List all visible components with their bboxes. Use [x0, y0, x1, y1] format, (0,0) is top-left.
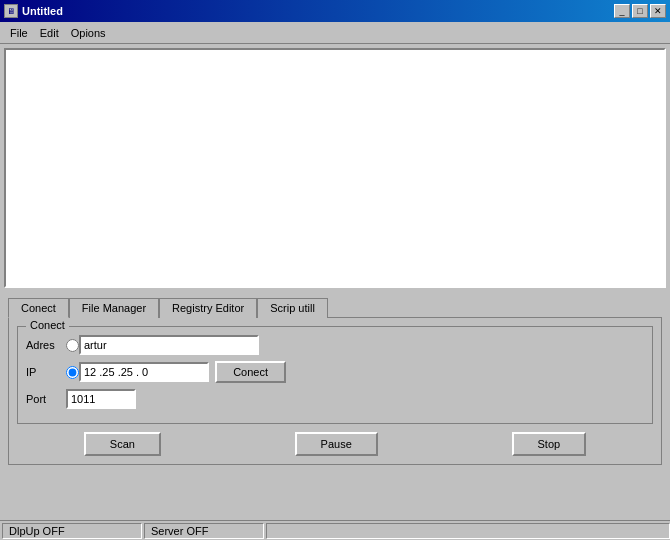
app-window: 🖥 Untitled _ □ ✕ File Edit Opions Conect… [0, 0, 670, 540]
tab-file-manager[interactable]: File Manager [69, 298, 159, 318]
maximize-button[interactable]: □ [632, 4, 648, 18]
ip-radio[interactable] [66, 366, 79, 379]
main-display-area [4, 48, 666, 288]
status-dlpup: DlpUp OFF [2, 523, 142, 539]
status-extra [266, 523, 670, 539]
ip-row: IP Conect [26, 361, 644, 383]
tab-conect[interactable]: Conect [8, 298, 69, 318]
tab-registry-editor[interactable]: Registry Editor [159, 298, 257, 318]
adres-row: Adres [26, 335, 644, 355]
menu-file[interactable]: File [4, 25, 34, 41]
adres-input[interactable] [79, 335, 259, 355]
stop-button[interactable]: Stop [512, 432, 587, 456]
bottom-panel: Conect File Manager Registry Editor Scri… [0, 292, 670, 471]
menu-edit[interactable]: Edit [34, 25, 65, 41]
adres-label: Adres [26, 339, 66, 351]
action-buttons-row: Scan Pause Stop [17, 432, 653, 456]
tab-panel-conect: Conect Adres IP Conect Port [8, 317, 662, 465]
title-bar: 🖥 Untitled _ □ ✕ [0, 0, 670, 22]
ip-label: IP [26, 366, 66, 378]
tab-scrip-util[interactable]: Scrip utill [257, 298, 328, 318]
connect-group-box: Conect Adres IP Conect Port [17, 326, 653, 424]
group-box-title: Conect [26, 319, 69, 331]
port-label: Port [26, 393, 66, 405]
app-icon: 🖥 [4, 4, 18, 18]
connect-button[interactable]: Conect [215, 361, 286, 383]
port-row: Port [26, 389, 644, 409]
status-bar: DlpUp OFF Server OFF [0, 520, 670, 540]
menu-bar: File Edit Opions [0, 22, 670, 44]
window-controls: _ □ ✕ [614, 4, 666, 18]
ip-input[interactable] [79, 362, 209, 382]
pause-button[interactable]: Pause [295, 432, 378, 456]
scan-button[interactable]: Scan [84, 432, 161, 456]
minimize-button[interactable]: _ [614, 4, 630, 18]
adres-radio[interactable] [66, 339, 79, 352]
tab-bar: Conect File Manager Registry Editor Scri… [8, 298, 662, 318]
title-bar-left: 🖥 Untitled [4, 4, 63, 18]
port-input[interactable] [66, 389, 136, 409]
close-button[interactable]: ✕ [650, 4, 666, 18]
menu-options[interactable]: Opions [65, 25, 112, 41]
window-title: Untitled [22, 5, 63, 17]
status-server: Server OFF [144, 523, 264, 539]
